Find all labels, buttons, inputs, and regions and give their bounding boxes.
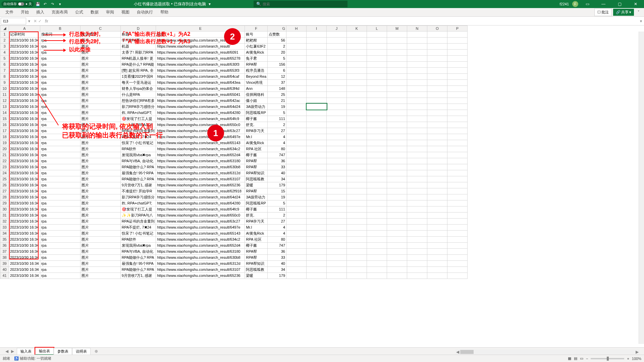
cell[interactable]: 179 <box>268 182 286 188</box>
cell[interactable]: RPA能做什么? RPA <box>120 176 156 182</box>
cell[interactable] <box>307 206 327 212</box>
cell[interactable]: 21 <box>268 98 286 104</box>
cell[interactable]: rpa <box>40 122 80 128</box>
cell[interactable] <box>307 43 327 49</box>
cell[interactable]: Mr.l <box>245 224 268 230</box>
cell[interactable]: https://www.xiaohongshu.com/search_resul… <box>156 73 245 79</box>
cell[interactable] <box>307 164 327 170</box>
vertical-scrollbar[interactable] <box>639 32 644 344</box>
cell[interactable]: rpa <box>40 67 80 73</box>
tab-data[interactable]: 数据 <box>87 8 102 16</box>
cell[interactable]: RPA 社区 <box>245 146 268 152</box>
fx-icon[interactable]: fx <box>45 19 48 23</box>
cell[interactable]: rpa <box>40 200 80 206</box>
cell[interactable]: 图片 <box>80 242 120 248</box>
col-header-K[interactable]: K <box>347 26 367 32</box>
cell[interactable] <box>307 176 327 182</box>
cell[interactable]: rpa <box>40 140 80 146</box>
cell[interactable]: 财务人学rpa的体会 <box>120 85 156 92</box>
cell[interactable] <box>286 128 307 134</box>
cell[interactable]: 图片 <box>80 212 120 218</box>
cell[interactable]: https://www.xiaohongshu.com/search_resul… <box>156 55 245 61</box>
cell[interactable]: 图片 <box>80 218 120 224</box>
cell[interactable]: 图片 <box>80 152 120 158</box>
cell[interactable] <box>286 73 307 79</box>
cell[interactable]: 2023/10/30 16:34 <box>9 146 40 152</box>
cell[interactable] <box>307 266 327 273</box>
cell[interactable]: 15 <box>268 188 286 194</box>
cell[interactable]: 2023/10/30 16:34 <box>9 61 40 67</box>
fx-confirm-icon[interactable]: ✓ <box>38 19 42 23</box>
cell[interactable] <box>307 182 327 188</box>
cell[interactable]: 34 <box>268 176 286 182</box>
cell[interactable]: 2023/10/30 16:34 <box>9 43 40 49</box>
cell[interactable]: 学习RPA两 <box>120 37 156 43</box>
cell[interactable]: 2023/10/30 16:34 <box>9 194 40 200</box>
cell[interactable]: Mr.l <box>245 134 268 140</box>
cell[interactable]: 2023/10/30 16:34 <box>9 116 40 122</box>
cell[interactable]: rpa <box>40 61 80 67</box>
row-header[interactable]: 32 <box>0 218 9 224</box>
cell[interactable]: rpa <box>40 37 80 43</box>
cell[interactable]: 2023/10/30 16:34 <box>9 122 40 128</box>
cell[interactable] <box>286 230 307 236</box>
cell[interactable]: RPA机器人接单! 更 <box>120 55 156 61</box>
select-all-cell[interactable]: ◢ <box>0 26 9 32</box>
cell[interactable]: 36 <box>268 248 286 254</box>
cell[interactable]: 19 <box>268 194 286 200</box>
cell[interactable]: 图片 <box>80 188 120 194</box>
cell[interactable] <box>286 116 307 122</box>
cell[interactable]: 2023/10/30 16:34 <box>9 79 40 85</box>
cell[interactable]: 34 <box>268 266 286 273</box>
cell[interactable] <box>286 146 307 152</box>
cell[interactable]: 机器 <box>120 43 156 49</box>
cell[interactable]: 炸, RPA+chatGPT; <box>120 200 156 206</box>
tab-automate[interactable]: 自动执行 <box>133 8 156 16</box>
row-header[interactable]: 10 <box>0 85 9 92</box>
cell[interactable]: 40 <box>268 260 286 266</box>
cell[interactable] <box>286 104 307 110</box>
cell[interactable]: 2023/10/30 16:34 <box>9 266 40 273</box>
cell[interactable] <box>307 98 327 104</box>
cell[interactable]: https://www.xiaohongshu.com/search_resul… <box>156 254 245 260</box>
cell[interactable] <box>286 212 307 218</box>
cell[interactable]: 图片 <box>80 134 120 140</box>
cell[interactable]: ✨✨影刀RPA与八 <box>120 212 156 218</box>
row-header[interactable]: 18 <box>0 134 9 140</box>
cell[interactable]: 最强集合! 95个RPA <box>120 170 156 176</box>
cell[interactable]: rpa <box>40 248 80 254</box>
cell[interactable]: rpa <box>40 152 80 158</box>
col-header-F[interactable]: F <box>245 26 268 32</box>
cell[interactable] <box>286 140 307 146</box>
cell[interactable]: 图片 <box>80 206 120 212</box>
cell[interactable]: 2023/10/30 16:34 <box>9 254 40 260</box>
cell[interactable]: 图片 <box>80 273 120 279</box>
cell[interactable]: rpa <box>40 55 80 61</box>
formula-input[interactable] <box>49 17 638 24</box>
cell[interactable]: Ann <box>245 85 268 92</box>
cell[interactable] <box>307 218 327 224</box>
row-header[interactable]: 7 <box>0 67 9 73</box>
cell[interactable] <box>307 146 327 152</box>
cell[interactable]: rpa <box>40 188 80 194</box>
cell[interactable]: 12 <box>268 73 286 79</box>
cell[interactable]: RPA证书的含金量到 <box>120 128 156 134</box>
cell[interactable]: 链接 <box>156 31 245 37</box>
cell[interactable]: 发现我用vba✖rpa <box>120 152 156 158</box>
cell[interactable]: 什么是RPA <box>120 92 156 98</box>
comments-button[interactable]: ☐ 批注 <box>594 8 612 16</box>
row-header[interactable]: 34 <box>0 230 9 236</box>
cell[interactable]: 小红薯63F2 <box>245 43 268 49</box>
fx-expand-icon[interactable]: ▾ <box>638 19 644 23</box>
cell[interactable]: 图片 <box>80 248 120 254</box>
cell[interactable]: 2023/10/30 16:34 <box>9 164 40 170</box>
tab-view[interactable]: 视图 <box>118 8 133 16</box>
tab-review[interactable]: 审阅 <box>103 8 117 16</box>
cell[interactable]: 图片 <box>80 67 120 73</box>
cell[interactable] <box>286 98 307 104</box>
cell[interactable] <box>307 110 327 116</box>
cell[interactable] <box>307 128 327 134</box>
cell[interactable]: 影刀RPA学习感悟分 <box>120 104 156 110</box>
cell[interactable]: https://www.xiaohongshu.com/search_resul… <box>156 49 245 55</box>
cell[interactable] <box>286 37 307 43</box>
